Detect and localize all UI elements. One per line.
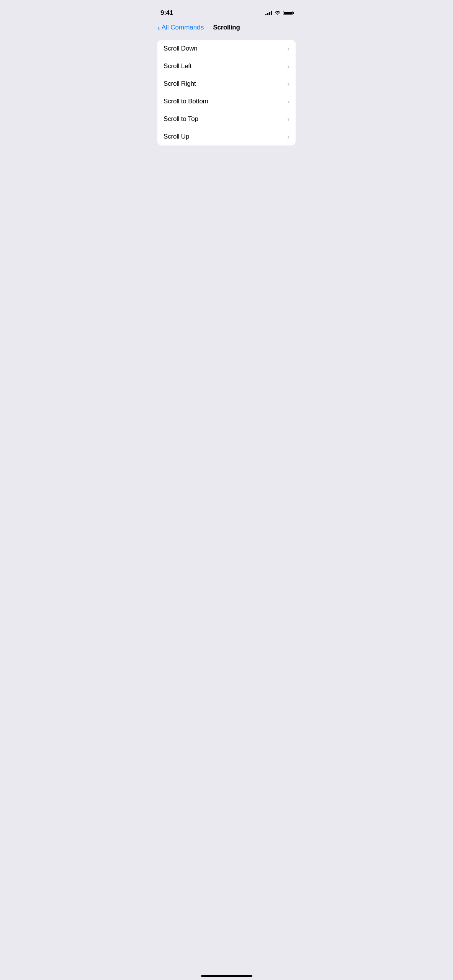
nav-bar: ‹ All Commands Scrolling [151, 21, 302, 36]
back-chevron-icon: ‹ [157, 24, 160, 31]
list-item-label: Scroll to Bottom [164, 98, 208, 105]
list-item[interactable]: Scroll to Bottom› [157, 93, 296, 110]
chevron-right-icon: › [287, 116, 289, 122]
battery-icon [283, 11, 293, 15]
list-item-label: Scroll Up [164, 133, 189, 140]
list-item[interactable]: Scroll Right› [157, 75, 296, 93]
chevron-right-icon: › [287, 133, 289, 140]
status-time: 9:41 [160, 9, 173, 17]
page-title: Scrolling [213, 24, 240, 31]
back-label: All Commands [162, 24, 204, 31]
signal-icon [265, 11, 272, 15]
status-bar: 9:41 [151, 0, 302, 21]
status-icons [265, 11, 293, 15]
wifi-icon [275, 11, 281, 15]
chevron-right-icon: › [287, 98, 289, 105]
back-button[interactable]: ‹ All Commands [157, 24, 204, 31]
list-item[interactable]: Scroll Down› [157, 40, 296, 57]
list-item[interactable]: Scroll to Top› [157, 110, 296, 128]
chevron-right-icon: › [287, 63, 289, 70]
list-item-label: Scroll Left [164, 62, 191, 70]
list-item[interactable]: Scroll Left› [157, 57, 296, 75]
list-item-label: Scroll to Top [164, 115, 198, 123]
commands-list: Scroll Down›Scroll Left›Scroll Right›Scr… [157, 40, 296, 145]
list-item-label: Scroll Right [164, 80, 196, 88]
chevron-right-icon: › [287, 45, 289, 52]
list-item-label: Scroll Down [164, 45, 198, 52]
list-item[interactable]: Scroll Up› [157, 128, 296, 145]
chevron-right-icon: › [287, 80, 289, 87]
